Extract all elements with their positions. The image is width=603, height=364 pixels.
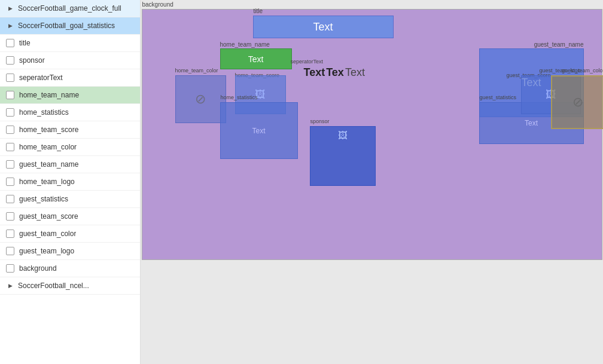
sidebar-item-label: home_statistics xyxy=(19,108,69,117)
no-image-icon: ⊘ xyxy=(572,94,583,110)
separator-text-area: Text Tex Text xyxy=(304,66,365,79)
sidebar-item-label: guest_team_name xyxy=(19,160,78,169)
checkbox-icon[interactable] xyxy=(6,212,14,221)
home-team-color-box[interactable]: ⊘ xyxy=(175,75,226,123)
checkbox-icon[interactable] xyxy=(6,74,14,82)
expand-arrow-icon xyxy=(6,282,14,290)
expand-arrow-icon xyxy=(6,22,14,30)
separator-text-3: Text xyxy=(345,66,365,79)
title-text: Text xyxy=(313,21,333,33)
sidebar-item-background[interactable]: background xyxy=(0,260,140,277)
sponsor-box[interactable]: sponsor 🖼 xyxy=(310,126,376,186)
guest-team-name-field-label: guest_team_name xyxy=(534,41,584,48)
home-stats-text: Text xyxy=(252,127,265,135)
sidebar-item-guest-team-logo[interactable]: guest_team_logo xyxy=(0,243,140,260)
sidebar-item-label: guest_team_score xyxy=(19,212,78,221)
expand-arrow-icon xyxy=(6,4,14,13)
background-label: background xyxy=(142,1,173,8)
checkbox-icon[interactable] xyxy=(6,91,14,99)
sidebar-item-label: home_team_name xyxy=(19,91,79,99)
checkbox-icon[interactable] xyxy=(6,247,14,255)
sidebar-item-label: title xyxy=(19,39,31,47)
sidebar-item-label: home_team_logo xyxy=(19,178,75,186)
sidebar-item-guest-team-score[interactable]: guest_team_score xyxy=(0,208,140,225)
sidebar-item-home-team-color[interactable]: home_team_color xyxy=(0,139,140,156)
checkbox-icon[interactable] xyxy=(6,160,14,169)
checkbox-icon[interactable] xyxy=(6,39,14,47)
sidebar-item-label: SoccerFootball_game_clock_full xyxy=(18,4,121,13)
guest-stats-label: guest_statistics xyxy=(480,94,517,100)
sidebar-item-title[interactable]: title xyxy=(0,35,140,52)
sidebar-item-home-team-logo[interactable]: home_team_logo xyxy=(0,173,140,191)
sidebar-item-separator-text[interactable]: seperatorText xyxy=(0,69,140,87)
sidebar-item-label: guest_statistics xyxy=(19,195,68,203)
checkbox-icon[interactable] xyxy=(6,56,14,65)
sidebar-item-label: guest_team_logo xyxy=(19,247,74,255)
sidebar-item-label: seperatorText xyxy=(19,74,63,82)
home-team-name-field-label: home_team_name xyxy=(220,41,270,48)
separator-field-label: seperatorText xyxy=(291,59,324,65)
sidebar-item-guest-statistics[interactable]: guest_statistics xyxy=(0,191,140,208)
sidebar-item-goal-statistics[interactable]: SoccerFootball_goal_statistics xyxy=(0,17,140,35)
title-box[interactable]: title Text xyxy=(253,16,394,38)
title-field-label: title xyxy=(254,8,263,14)
sponsor-image-icon: 🖼 xyxy=(338,130,348,141)
sidebar-item-label: background xyxy=(19,264,57,273)
checkbox-icon[interactable] xyxy=(6,264,14,273)
home-team-name-text: Text xyxy=(248,54,264,64)
sidebar-item-label: SoccerFootball_goal_statistics xyxy=(18,22,115,30)
guest-team-color-label: guest_team_color xyxy=(562,68,603,74)
sidebar-item-guest-team-name[interactable]: guest_team_name xyxy=(0,156,140,173)
sidebar-item-home-team-name[interactable]: home_team_name xyxy=(0,87,140,104)
sidebar: SoccerFootball_game_clock_full SoccerFoo… xyxy=(0,0,141,364)
checkbox-icon[interactable] xyxy=(6,195,14,203)
sidebar-item-game-clock[interactable]: SoccerFootball_game_clock_full xyxy=(0,0,140,17)
checkbox-icon[interactable] xyxy=(6,143,14,151)
checkbox-icon[interactable] xyxy=(6,230,14,238)
sponsor-label: sponsor xyxy=(310,118,330,124)
guest-team-color-box[interactable]: ⊘ xyxy=(551,75,604,129)
sidebar-item-home-statistics[interactable]: home_statistics xyxy=(0,104,140,121)
sidebar-item-sponsor[interactable]: sponsor xyxy=(0,52,140,69)
separator-text-1: Text xyxy=(304,66,325,79)
canvas: background title Text home_team_name Tex… xyxy=(142,9,602,260)
home-team-color-label: home_team_color xyxy=(175,68,218,74)
guest-stats-text: Text xyxy=(525,119,538,127)
main-canvas-area: background title Text home_team_name Tex… xyxy=(141,0,603,364)
sidebar-item-label: SoccerFootball_ncel... xyxy=(18,282,89,290)
sidebar-item-label: home_team_color xyxy=(19,143,77,151)
no-image-icon: ⊘ xyxy=(195,91,206,107)
home-stats-label: home_statistics xyxy=(221,94,258,100)
sidebar-item-home-team-score[interactable]: home_team_score xyxy=(0,121,140,139)
checkbox-icon[interactable] xyxy=(6,126,14,134)
sidebar-item-guest-team-color[interactable]: guest_team_color xyxy=(0,225,140,243)
sidebar-item-label: guest_team_color xyxy=(19,230,76,238)
sidebar-item-label: home_team_score xyxy=(19,126,78,134)
home-team-name-box[interactable]: Text xyxy=(220,48,292,69)
sidebar-item-soccer-next[interactable]: SoccerFootball_ncel... xyxy=(0,277,140,295)
checkbox-icon[interactable] xyxy=(6,178,14,186)
home-statistics-box[interactable]: home_statistics Text xyxy=(220,102,298,159)
checkbox-icon[interactable] xyxy=(6,108,14,117)
separator-text-2: Tex xyxy=(326,66,344,79)
sidebar-item-label: sponsor xyxy=(19,56,45,65)
